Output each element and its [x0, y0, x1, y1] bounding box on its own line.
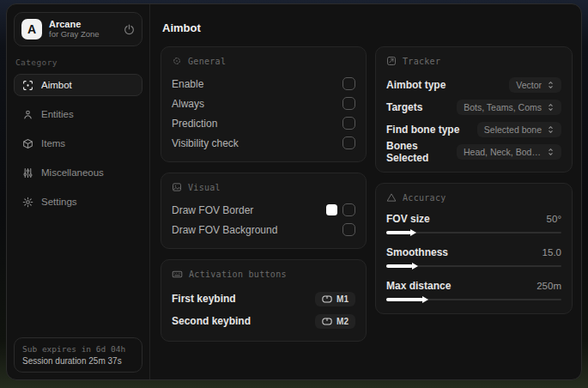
activity-icon — [386, 56, 397, 66]
select-row: Aimbot type Vector — [386, 74, 561, 96]
setting-row: Draw FOV Border — [172, 200, 355, 220]
keyboard-icon — [172, 269, 183, 280]
draw-fov-border-checkbox[interactable] — [342, 203, 355, 216]
targets-select[interactable]: Bots, Teams, Coms — [457, 100, 561, 115]
sidebar-spacer — [14, 213, 142, 337]
sidebar-item-aimbot[interactable]: Aimbot — [14, 74, 142, 96]
section-title: General — [188, 57, 226, 66]
setting-row: Prediction — [172, 113, 355, 133]
select-row: Bones Selected Head, Neck, Body, Pe.. — [386, 141, 561, 163]
fov-size-slider-group: FOV size 50° — [386, 210, 561, 238]
draw-fov-background-checkbox[interactable] — [342, 223, 355, 236]
accuracy-section: Accuracy FOV size 50° — [375, 183, 573, 314]
category-label: Category — [15, 58, 141, 67]
updown-arrows-icon — [547, 81, 555, 89]
aimbot-type-select[interactable]: Vector — [509, 77, 561, 93]
max-distance-slider-group: Max distance 250m — [386, 277, 561, 305]
setting-row: Enable — [172, 74, 355, 94]
keybind-row: Second keybind M2 — [172, 310, 355, 332]
max-distance-slider[interactable] — [386, 294, 561, 305]
fov-size-slider[interactable] — [386, 227, 561, 238]
app-name: Arcane — [49, 19, 117, 30]
section-title: Accuracy — [403, 193, 446, 203]
page-title: Aimbot — [162, 21, 574, 34]
items-icon — [21, 138, 33, 149]
crosshair-icon — [21, 80, 33, 91]
slider-thumb[interactable] — [410, 229, 416, 236]
updown-arrows-icon — [547, 148, 555, 156]
app-window: A Arcane for Gray Zone Category — [6, 3, 582, 380]
activation-buttons-section: Activation buttons First keybind M1 — [161, 259, 367, 342]
sidebar-item-items[interactable]: Items — [14, 132, 142, 155]
smoothness-slider[interactable] — [386, 261, 561, 271]
session-duration-text: Session duration 25m 37s — [22, 356, 134, 366]
section-title: Visual — [188, 183, 221, 192]
tracker-section: Tracker Aimbot type Vector — [375, 46, 573, 173]
section-title: Activation buttons — [189, 270, 287, 279]
sub-expires-text: Sub expires in 6d 04h — [22, 344, 134, 354]
smoothness-slider-group: Smoothness 15.0 — [386, 244, 561, 271]
sidebar-item-label: Miscellaneous — [41, 167, 104, 178]
sidebar-item-label: Aimbot — [41, 80, 72, 90]
power-icon[interactable] — [124, 24, 135, 35]
select-row: Targets Bots, Teams, Coms — [386, 96, 561, 118]
max-distance-value: 250m — [536, 281, 561, 291]
setting-row: Always — [172, 94, 355, 113]
sidebar-item-entities[interactable]: Entities — [14, 103, 142, 125]
select-row: Find bone type Selected bone — [386, 118, 561, 141]
prediction-checkbox[interactable] — [342, 117, 355, 130]
sidebar-item-label: Entities — [41, 109, 74, 119]
visual-section: Visual Draw FOV Border Draw FOV Backgrou… — [161, 173, 367, 249]
fov-border-color-swatch[interactable] — [326, 204, 337, 215]
bones-selected-select[interactable]: Head, Neck, Body, Pe.. — [457, 144, 561, 160]
entities-icon — [21, 109, 33, 120]
updown-arrows-icon — [547, 103, 555, 112]
subscription-card: Sub expires in 6d 04h Session duration 2… — [14, 337, 142, 373]
always-checkbox[interactable] — [342, 97, 355, 110]
second-keybind-button[interactable]: M2 — [315, 314, 355, 329]
sliders-icon — [21, 167, 33, 179]
sidebar: A Arcane for Gray Zone Category — [7, 4, 150, 379]
brand-card: A Arcane for Gray Zone — [14, 12, 142, 46]
app-logo: A — [21, 19, 42, 39]
section-title: Tracker — [403, 57, 440, 66]
keybind-row: First keybind M1 — [172, 288, 355, 310]
sidebar-item-miscellaneous[interactable]: Miscellaneous — [14, 161, 142, 184]
general-section: General Enable Always Prediction — [161, 46, 367, 162]
fov-size-value: 50° — [547, 214, 561, 224]
keybind-value: M2 — [336, 317, 349, 326]
keybind-value: M1 — [336, 294, 349, 304]
sidebar-nav: Aimbot Entities Items — [14, 74, 142, 213]
visibility-check-checkbox[interactable] — [342, 136, 355, 149]
smoothness-value: 15.0 — [543, 247, 561, 258]
gear-icon — [21, 197, 33, 208]
app-subtitle: for Gray Zone — [49, 30, 117, 39]
enable-checkbox[interactable] — [342, 77, 355, 90]
main-content: Aimbot General Enable — [150, 4, 581, 379]
setting-row: Visibility check — [172, 133, 355, 153]
crosshair-icon — [172, 56, 182, 66]
triangle-icon — [386, 192, 397, 203]
slider-thumb[interactable] — [422, 296, 428, 303]
mouse-icon — [322, 295, 332, 303]
image-icon — [172, 182, 182, 192]
updown-arrows-icon — [547, 125, 555, 134]
sidebar-item-label: Settings — [41, 197, 77, 207]
sidebar-item-settings[interactable]: Settings — [14, 191, 142, 213]
mouse-icon — [322, 318, 332, 325]
setting-row: Draw FOV Background — [172, 220, 355, 239]
slider-thumb[interactable] — [412, 263, 418, 270]
find-bone-type-select[interactable]: Selected bone — [477, 122, 561, 137]
first-keybind-button[interactable]: M1 — [315, 292, 355, 306]
sidebar-item-label: Items — [41, 138, 65, 149]
